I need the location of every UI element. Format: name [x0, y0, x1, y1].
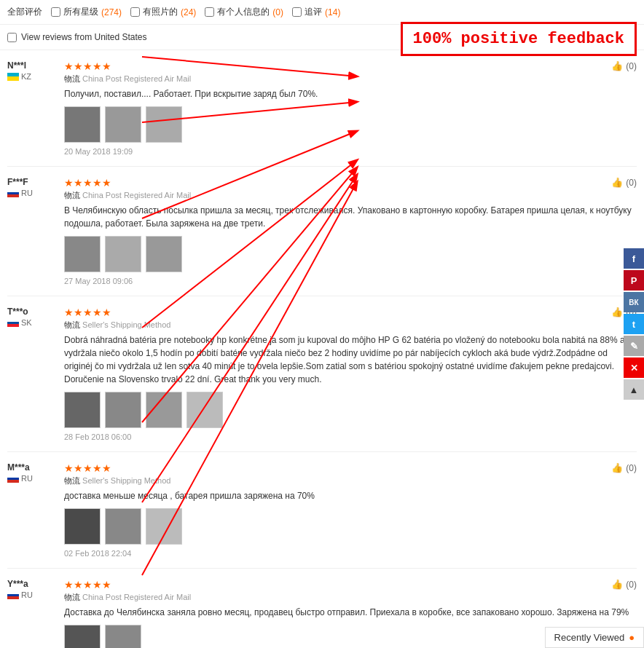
- pinterest-icon: P: [631, 275, 637, 286]
- review-helpful: 👍 (0): [611, 177, 637, 188]
- filters-bar: 全部评价 所有星级 (274) 有照片的 (24) 有个人信息的 (0) 追评 …: [0, 0, 644, 25]
- review-image[interactable]: [105, 106, 141, 143]
- reviewer-country: RU: [7, 474, 58, 483]
- review-image[interactable]: [64, 106, 101, 143]
- scroll-up-button[interactable]: ▲: [624, 379, 644, 400]
- filter-has-personal-check[interactable]: [205, 7, 214, 17]
- filter-follow-up[interactable]: 追评 (14): [292, 6, 340, 18]
- review-stars: ★★★★★: [64, 177, 637, 189]
- helpful-thumbs-up[interactable]: 👍: [611, 177, 623, 188]
- reviewer-info: F***F RU: [7, 177, 58, 197]
- review-stars: ★★★★★: [64, 462, 637, 474]
- reviewer-info: N***l KZ: [7, 60, 58, 81]
- review-image[interactable]: [64, 508, 101, 545]
- helpful-count: (0): [626, 61, 637, 71]
- review-image[interactable]: [105, 236, 141, 272]
- edit-button[interactable]: ✎: [624, 336, 644, 356]
- reviewer-name: T***o: [7, 307, 58, 317]
- review-date: 27 May 2018 09:06: [64, 277, 637, 285]
- filter-has-photos-check[interactable]: [130, 7, 140, 17]
- country-code: SK: [21, 318, 32, 327]
- filter-has-photos[interactable]: 有照片的 (24): [130, 6, 196, 18]
- review-date: 20 May 2018 19:09: [64, 147, 637, 156]
- review-image[interactable]: [146, 392, 182, 428]
- helpful-thumbs-up[interactable]: 👍: [611, 579, 623, 590]
- social-sidebar: f P ВК t ✎ ✕ ▲: [624, 248, 644, 400]
- vk-icon: ВК: [629, 299, 638, 307]
- vk-button[interactable]: ВК: [624, 292, 644, 312]
- close-button[interactable]: ✕: [624, 357, 644, 378]
- review-image[interactable]: [105, 625, 141, 648]
- facebook-button[interactable]: f: [624, 248, 644, 269]
- review-main: ★★★★★ 物流 Seller's Shipping Method достав…: [64, 462, 637, 558]
- review-text: доставка меньше месяца , батарея пришла …: [64, 489, 637, 502]
- filter-all-label: 全部评价: [7, 6, 42, 18]
- flag-ru: [7, 591, 19, 599]
- reviewer-name: F***F: [7, 177, 58, 187]
- recently-viewed-bar[interactable]: Recently Viewed ●: [545, 627, 644, 648]
- review-text: В Челябинскую область посылка пришла за …: [64, 204, 637, 230]
- filter-all-stars-check[interactable]: [51, 7, 60, 17]
- review-image[interactable]: [105, 508, 141, 545]
- reviewer-name: Y***a: [7, 579, 58, 589]
- facebook-icon: f: [632, 253, 635, 264]
- filter-all-stars-count: (274): [101, 7, 122, 17]
- review-image[interactable]: [146, 508, 182, 545]
- shipping-info: 物流 China Post Registered Air Mail: [64, 190, 637, 201]
- helpful-count: (0): [626, 580, 637, 590]
- country-code: RU: [21, 590, 33, 599]
- review-main: ★★★★★ 物流 China Post Registered Air Mail …: [64, 60, 637, 156]
- positive-feedback-text: 100% positive feedback: [413, 30, 624, 48]
- shipping-label: 物流: [64, 74, 80, 83]
- reviews-list: N***l KZ ★★★★★ 物流 China Post Registered …: [0, 50, 644, 648]
- review-text: Доставка до Челябинска заняла ровно меся…: [64, 606, 637, 619]
- flag-sk: [7, 319, 19, 327]
- review-image[interactable]: [186, 392, 223, 428]
- review-item: N***l KZ ★★★★★ 物流 China Post Registered …: [7, 50, 637, 167]
- reviewer-info: Y***a RU: [7, 579, 58, 599]
- review-image[interactable]: [146, 106, 182, 143]
- reviewer-country: SK: [7, 318, 58, 327]
- review-images: [64, 392, 637, 428]
- reviewer-country: RU: [7, 189, 58, 197]
- review-image[interactable]: [105, 392, 141, 428]
- close-icon: ✕: [630, 363, 638, 374]
- review-images: [64, 236, 637, 272]
- shipping-method: China Post Registered Air Mail: [82, 191, 191, 199]
- filter-all[interactable]: 全部评价: [7, 6, 42, 18]
- review-image[interactable]: [64, 236, 101, 272]
- reviewer-info: T***o SK: [7, 307, 58, 327]
- filter-has-personal[interactable]: 有个人信息的 (0): [205, 6, 283, 18]
- review-stars: ★★★★★: [64, 60, 637, 72]
- helpful-thumbs-up[interactable]: 👍: [611, 307, 623, 317]
- flag-ru: [7, 189, 19, 197]
- helpful-thumbs-up[interactable]: 👍: [611, 60, 623, 71]
- filter-has-photos-label: 有照片的: [143, 6, 178, 18]
- shipping-method: China Post Registered Air Mail: [82, 593, 191, 601]
- review-image[interactable]: [146, 236, 182, 272]
- country-code: RU: [21, 189, 33, 197]
- review-item: M***a RU ★★★★★ 物流 Seller's Shipping Meth…: [7, 452, 637, 569]
- recently-viewed-label: Recently Viewed: [554, 632, 625, 643]
- filter-follow-up-check[interactable]: [292, 7, 302, 17]
- shipping-label: 物流: [64, 320, 80, 329]
- helpful-thumbs-up[interactable]: 👍: [611, 462, 623, 473]
- review-item: T***o SK ★★★★★ 物流 Seller's Shipping Meth…: [7, 296, 637, 452]
- shipping-info: 物流 Seller's Shipping Method: [64, 475, 637, 486]
- review-item: F***F RU ★★★★★ 物流 China Post Registered …: [7, 167, 637, 296]
- shipping-method: Seller's Shipping Method: [82, 476, 170, 485]
- review-helpful: 👍 (0): [611, 462, 637, 473]
- review-image[interactable]: [64, 625, 101, 648]
- review-image[interactable]: [64, 392, 101, 428]
- filter-all-stars[interactable]: 所有星级 (274): [51, 6, 122, 18]
- country-code: RU: [21, 474, 33, 483]
- pinterest-button[interactable]: P: [624, 270, 644, 291]
- twitter-button[interactable]: t: [624, 314, 644, 334]
- flag-kz: [7, 73, 19, 81]
- review-text: Получил, поставил.... Работает. При вскр…: [64, 87, 637, 100]
- shipping-info: 物流 Seller's Shipping Method: [64, 320, 637, 331]
- reviewer-country: RU: [7, 590, 58, 599]
- helpful-count: (0): [626, 463, 637, 473]
- filter-has-personal-label: 有个人信息的: [217, 6, 270, 18]
- us-reviews-checkbox[interactable]: [7, 33, 17, 42]
